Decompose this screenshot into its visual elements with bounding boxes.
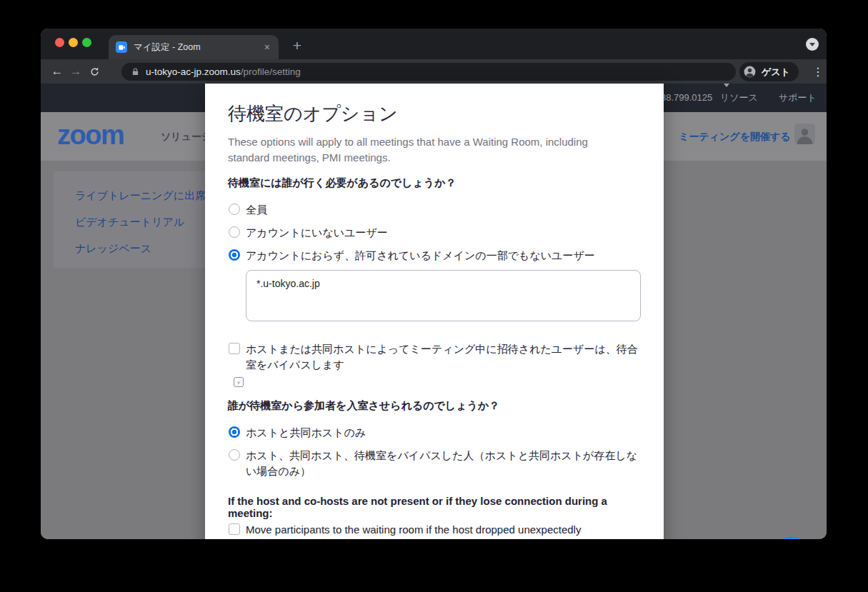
back-button[interactable]: ← [48, 64, 66, 79]
host-meeting-menu[interactable]: ミーティングを開催する [679, 131, 801, 144]
radio-icon[interactable] [229, 204, 240, 215]
page-background: 88.799.0125 リソース サポート zoom ソリューション ミーティン… [41, 84, 827, 539]
lock-icon [131, 67, 139, 76]
checkbox-icon[interactable] [229, 343, 240, 354]
question-host-not-present: If the host and co-hosts are not present… [228, 495, 628, 519]
zoom-favicon-icon [116, 41, 127, 53]
address-bar[interactable]: u-tokyo-ac-jp.zoom.us/profile/setting [121, 63, 736, 81]
browser-tab[interactable]: マイ設定 - Zoom × [109, 35, 279, 59]
broken-badge-icon: v [234, 377, 244, 387]
radio-icon[interactable] [229, 449, 240, 461]
link-live-training[interactable]: ライブトレーニングに出席 [75, 189, 206, 203]
url-path: /profile/setting [241, 66, 301, 77]
allowed-domains-input[interactable]: *.u-tokyo.ac.jp [246, 270, 641, 321]
browser-window: マイ設定 - Zoom × + ← → u-tokyo-ac-jp.zoom.u… [41, 29, 827, 539]
browser-toolbar: ← → u-tokyo-ac-jp.zoom.us/profile/settin… [41, 59, 827, 84]
user-avatar[interactable] [794, 124, 815, 144]
phone-number: 88.799.0125 [661, 84, 712, 112]
radio-users-not-in-allowed-domains[interactable]: アカウントにおらず、許可されているドメインの一部でもないユーザー [229, 248, 639, 264]
browser-menu-button[interactable]: ⋮ [810, 63, 826, 81]
tab-title: マイ設定 - Zoom [134, 41, 263, 54]
zoom-window-button[interactable] [82, 38, 91, 47]
question-who-can-admit: 誰が待機室から参加者を入室させられるのでしょうか？ [228, 399, 499, 413]
zoom-logo[interactable]: zoom [57, 120, 124, 151]
close-window-button[interactable] [55, 38, 64, 47]
radio-icon-selected[interactable] [229, 249, 240, 261]
link-knowledge-base[interactable]: ナレッジベース [75, 242, 151, 256]
dialog-title: 待機室のオプション [228, 101, 398, 126]
close-tab-icon[interactable]: × [263, 41, 271, 54]
radio-users-not-in-account[interactable]: アカウントにいないユーザー [229, 225, 639, 241]
question-who-goes-to-waiting-room: 待機室には誰が行く必要があるのでしょうか？ [228, 176, 457, 190]
tab-search-button[interactable] [806, 38, 819, 51]
radio-host-cohosts-bypassers[interactable]: ホスト、共同ホスト、待機室をバイパスした人（ホストと共同ホストが存在しない場合の… [229, 448, 639, 479]
dialog-description: These options will apply to all meetings… [228, 134, 617, 166]
checkbox-bypass-invited-users[interactable]: ホストまたは共同ホストによってミーティング中に招待されたユーザーは、待合室をバイ… [229, 341, 639, 373]
chevron-down-icon [724, 84, 729, 87]
profile-guest-button[interactable]: ゲスト [739, 62, 799, 81]
url-domain: u-tokyo-ac-jp.zoom.us [146, 66, 241, 77]
radio-icon[interactable] [229, 226, 240, 238]
radio-everyone[interactable]: 全員 [229, 202, 639, 218]
new-tab-button[interactable]: + [286, 36, 308, 57]
chevron-down-icon [809, 43, 815, 46]
person-icon [743, 65, 757, 79]
reload-button[interactable] [85, 66, 104, 77]
tab-strip: マイ設定 - Zoom × + [41, 29, 827, 59]
waiting-room-options-dialog: 待機室のオプション These options will apply to al… [205, 84, 664, 539]
checkbox-move-participants[interactable]: Move participants to the waiting room if… [229, 522, 639, 538]
checkbox-icon[interactable] [229, 523, 240, 535]
minimize-window-button[interactable] [69, 38, 78, 47]
link-video-tutorials[interactable]: ビデオチュートリアル [75, 216, 184, 229]
support-link[interactable]: サポート [779, 84, 817, 112]
radio-host-cohosts-only[interactable]: ホストと共同ホストのみ [229, 425, 639, 441]
forward-button[interactable]: → [66, 64, 85, 79]
guest-label: ゲスト [762, 66, 790, 79]
radio-icon-selected[interactable] [229, 426, 240, 438]
